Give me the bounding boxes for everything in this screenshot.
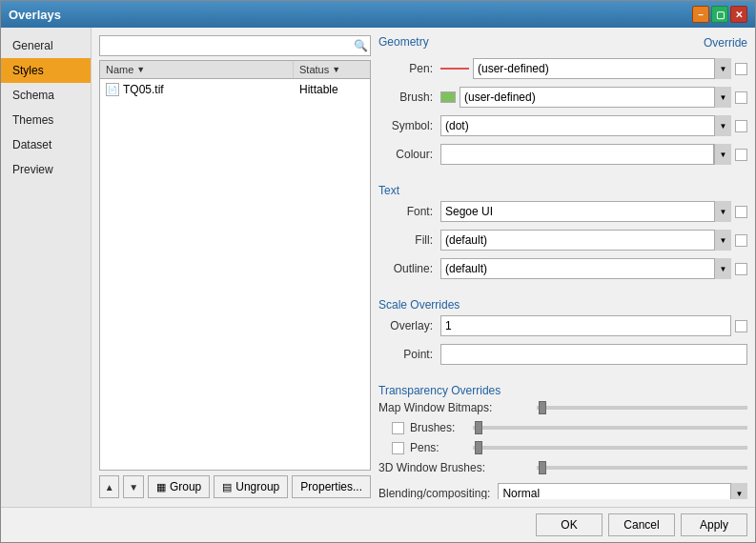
brush-select-container: (user-defined) ▼ xyxy=(440,87,747,108)
name-column-header: Name ▼ xyxy=(100,61,294,78)
search-button[interactable]: 🔍 xyxy=(352,37,369,54)
maximize-button[interactable]: ▢ xyxy=(711,6,728,23)
sidebar-item-schema[interactable]: Schema xyxy=(1,83,91,108)
font-label: Font: xyxy=(378,205,440,218)
brush-row: Brush: (user-defined) ▼ xyxy=(378,87,747,108)
colour-select-wrapper: ▼ xyxy=(440,144,731,165)
blending-select[interactable]: Normal xyxy=(498,483,747,499)
fill-select[interactable]: (default) xyxy=(440,230,731,251)
pen-select-wrapper: (user-defined) ▼ xyxy=(473,58,731,79)
font-row: Font: Segoe UI ▼ xyxy=(378,201,747,222)
fill-select-container: (default) ▼ xyxy=(440,230,747,251)
colour-field xyxy=(440,144,714,165)
main-window: Overlays – ▢ ✕ General Styles Schema The… xyxy=(0,0,756,543)
search-input[interactable] xyxy=(99,35,371,56)
fill-label: Fill: xyxy=(378,233,440,247)
blending-row: Blending/compositing: Normal ▼ xyxy=(378,483,747,499)
overlay-scale-checkbox[interactable] xyxy=(735,320,747,332)
font-select[interactable]: Segoe UI xyxy=(440,201,731,222)
right-panel: Geometry Override Pen: (user-defined) xyxy=(378,35,747,499)
search-container: 🔍 xyxy=(99,35,371,56)
brush-override-checkbox[interactable] xyxy=(735,91,747,104)
title-bar-buttons: – ▢ ✕ xyxy=(692,6,747,23)
close-button[interactable]: ✕ xyxy=(730,6,747,23)
brush-preview xyxy=(440,91,456,103)
scale-overrides-header: Scale Overrides xyxy=(378,298,747,312)
pen-override-checkbox[interactable] xyxy=(735,63,747,75)
overlay-input[interactable] xyxy=(440,315,731,336)
outline-select-container: (default) ▼ xyxy=(440,258,747,279)
font-select-wrapper: Segoe UI ▼ xyxy=(440,201,731,222)
file-list-panel: 🔍 Name ▼ Status ▼ xyxy=(99,35,371,499)
top-section: 🔍 Name ▼ Status ▼ xyxy=(99,35,747,499)
brush-select[interactable]: (user-defined) xyxy=(460,87,731,108)
ok-button[interactable]: OK xyxy=(536,513,603,536)
window-content: General Styles Schema Themes Dataset Pre… xyxy=(1,28,755,507)
symbol-override-checkbox[interactable] xyxy=(735,120,747,132)
footer: OK Cancel Apply xyxy=(1,507,755,542)
cancel-button[interactable]: Cancel xyxy=(608,513,675,536)
file-table: Name ▼ Status ▼ 📄 xyxy=(99,60,371,471)
properties-button[interactable]: Properties... xyxy=(292,475,371,498)
row-name-cell: 📄 TQ05.tif xyxy=(100,81,294,98)
fill-override-checkbox[interactable] xyxy=(735,234,747,247)
sidebar-item-styles[interactable]: Styles xyxy=(1,58,91,83)
overlay-row: Overlay: xyxy=(378,315,747,336)
geometry-header: Geometry Override xyxy=(378,35,747,50)
minimize-button[interactable]: – xyxy=(692,6,709,23)
table-header: Name ▼ Status ▼ xyxy=(100,61,370,79)
symbol-label: Symbol: xyxy=(378,119,440,132)
pen-label: Pen: xyxy=(378,62,440,75)
sidebar-item-general[interactable]: General xyxy=(1,33,91,58)
pen-select-container: (user-defined) ▼ xyxy=(440,58,747,79)
pens-slider-thumb[interactable] xyxy=(475,441,482,454)
point-input[interactable] xyxy=(440,344,747,365)
colour-label: Colour: xyxy=(378,148,440,161)
pens-checkbox[interactable] xyxy=(392,442,404,454)
fill-row: Fill: (default) ▼ xyxy=(378,230,747,251)
symbol-select-container: (dot) ▼ xyxy=(440,115,747,136)
table-body: 📄 TQ05.tif Hittable xyxy=(100,79,370,100)
sidebar-item-preview[interactable]: Preview xyxy=(1,157,91,182)
colour-dropdown-btn[interactable]: ▼ xyxy=(714,144,731,165)
font-select-container: Segoe UI ▼ xyxy=(440,201,747,222)
pens-row: Pens: xyxy=(392,441,747,454)
row-status-cell: Hittable xyxy=(294,81,370,98)
brushes-slider-thumb[interactable] xyxy=(475,421,482,434)
overlay-input-container xyxy=(440,315,747,336)
symbol-row: Symbol: (dot) ▼ xyxy=(378,115,747,136)
group-button[interactable]: ▦ Group xyxy=(148,475,210,498)
sidebar-item-themes[interactable]: Themes xyxy=(1,108,91,132)
pen-select[interactable]: (user-defined) xyxy=(473,58,731,79)
outline-select[interactable]: (default) xyxy=(440,258,731,279)
table-row[interactable]: 📄 TQ05.tif Hittable xyxy=(100,79,370,100)
file-icon: 📄 xyxy=(106,83,119,96)
move-up-button[interactable]: ▲ xyxy=(99,475,119,498)
brush-select-wrapper: (user-defined) ▼ xyxy=(460,87,731,108)
status-column-header: Status ▼ xyxy=(294,61,370,78)
blending-select-wrapper: Normal ▼ xyxy=(498,483,747,499)
bottom-controls: ▲ ▼ ▦ Group ▤ Ungroup Properties... xyxy=(99,474,371,499)
brushes-row: Brushes: xyxy=(392,421,747,434)
title-bar: Overlays – ▢ ✕ xyxy=(1,1,755,28)
outline-select-wrapper: (default) ▼ xyxy=(440,258,731,279)
symbol-select[interactable]: (dot) xyxy=(440,115,731,136)
map-window-slider-thumb[interactable] xyxy=(539,401,546,414)
ungroup-button[interactable]: ▤ Ungroup xyxy=(214,475,288,498)
apply-button[interactable]: Apply xyxy=(681,513,747,536)
colour-row: Colour: ▼ xyxy=(378,144,747,165)
window-3d-slider-thumb[interactable] xyxy=(539,461,546,474)
pen-preview xyxy=(440,68,469,70)
outline-override-checkbox[interactable] xyxy=(735,263,747,275)
overlay-label: Overlay: xyxy=(378,319,440,332)
outline-label: Outline: xyxy=(378,262,440,275)
brushes-checkbox[interactable] xyxy=(392,422,404,434)
move-down-button[interactable]: ▼ xyxy=(123,475,143,498)
point-input-container xyxy=(440,344,747,365)
window-3d-slider-track xyxy=(537,466,747,470)
brush-label: Brush: xyxy=(378,90,440,104)
colour-override-checkbox[interactable] xyxy=(735,149,747,161)
sidebar-item-dataset[interactable]: Dataset xyxy=(1,132,91,157)
main-content: 🔍 Name ▼ Status ▼ xyxy=(92,28,755,507)
font-override-checkbox[interactable] xyxy=(735,206,747,218)
